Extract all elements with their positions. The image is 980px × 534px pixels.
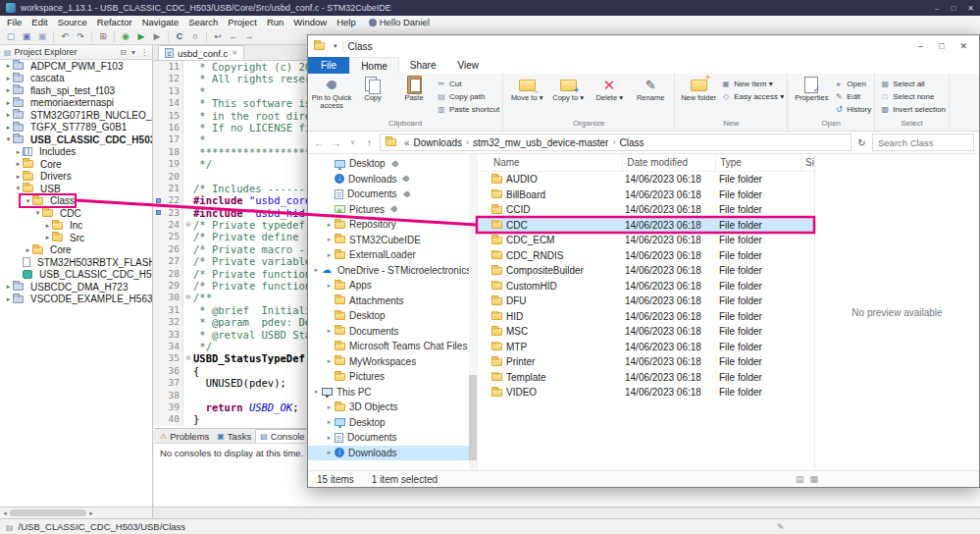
undo-icon[interactable] (58, 30, 72, 43)
nav-item-downloads[interactable]: Downloads (308, 172, 477, 187)
ribbon-button-copy-path[interactable]: Copy path (437, 90, 499, 103)
expander-collapsed-icon[interactable]: ▸ (4, 124, 13, 132)
menu-source[interactable]: Source (53, 17, 92, 27)
scroll-right-icon[interactable] (86, 509, 96, 517)
menu-search[interactable]: Search (183, 17, 223, 27)
column-header-name[interactable]: Name (478, 154, 623, 171)
expander-collapsed-icon[interactable]: ▸ (14, 160, 23, 168)
ribbon-button-invert-selection[interactable]: Invert selection (880, 103, 946, 116)
save-all-icon[interactable] (35, 30, 49, 43)
project-explorer-hscrollbar[interactable] (0, 507, 153, 518)
nav-item-externalloader[interactable]: ▸ExternalLoader (308, 247, 477, 263)
expander-icon[interactable]: ▸ (324, 327, 335, 335)
nav-item-apps[interactable]: ▸Apps (308, 278, 477, 294)
code-text[interactable]: #include "usbd_hid.h" (193, 207, 324, 219)
breadcrumb-item-downloads[interactable]: Downloads (414, 137, 462, 148)
expander-collapsed-icon[interactable]: ▸ (43, 234, 52, 241)
file-row-customhid[interactable]: CustomHID14/06/2023 06:18File folder (478, 279, 814, 294)
fold-collapse-icon[interactable]: ⊖ (183, 219, 193, 231)
nav-item-this-pc[interactable]: ▸This PC (308, 385, 477, 400)
code-text[interactable]: return USBD_OK; (193, 401, 299, 413)
code-text[interactable]: /** (193, 292, 212, 303)
breadcrumb-item-class[interactable]: Class (619, 137, 644, 148)
ribbon-tab-view[interactable]: View (447, 57, 490, 74)
expander-collapsed-icon[interactable]: ▸ (14, 148, 23, 156)
forward-icon[interactable] (330, 137, 342, 148)
code-text[interactable]: * @retval USBD Statu (193, 329, 324, 341)
expander-icon[interactable]: ▸ (324, 357, 335, 365)
explorer-titlebar[interactable]: Class (308, 35, 979, 57)
nav-item-onedrive-stmicroelectronics[interactable]: ▸OneDrive - STMicroelectronics (308, 263, 477, 279)
expander-collapsed-icon[interactable]: ▸ (4, 86, 13, 94)
scrollbar-thumb[interactable] (10, 509, 86, 516)
ribbon-button-move-to[interactable]: Move to ▾ (506, 75, 547, 102)
file-row-template[interactable]: Template14/06/2023 06:18File folder (478, 370, 814, 386)
back-icon[interactable] (227, 30, 240, 43)
tree-item-stm32g071rb-nucleo-az2-in-stm3[interactable]: ▸STM32G071RB_NUCLEO_AZ2 (in STM3 (0, 109, 152, 122)
new-c-file-icon[interactable] (173, 30, 186, 43)
expander-expanded-icon[interactable]: ▾ (24, 197, 32, 205)
expander-collapsed-icon[interactable]: ▸ (43, 222, 52, 230)
file-row-audio[interactable]: AUDIO14/06/2023 06:18File folder (478, 172, 814, 187)
code-text[interactable]: * All rights reserve (193, 73, 324, 84)
file-row-cdc-ecm[interactable]: CDC_ECM14/06/2023 06:18File folder (478, 233, 814, 248)
column-header-type[interactable]: Type (716, 154, 801, 171)
expander-icon[interactable]: ▸ (324, 434, 335, 442)
breadcrumb[interactable]: « Downloads›stm32_mw_usb_device-master›C… (380, 134, 851, 151)
expander-collapsed-icon[interactable]: ▸ (24, 246, 32, 254)
ribbon-button-open[interactable]: Open (834, 78, 871, 90)
ribbon-button-paste-shortcut[interactable]: Paste shortcut (437, 103, 499, 116)
code-text[interactable]: } (193, 413, 199, 425)
code-text[interactable]: * in the root direct (193, 110, 324, 122)
nav-item-stm32cubeide[interactable]: ▸STM32CubeIDE (308, 233, 477, 248)
code-text[interactable]: * @brief Initialize (193, 304, 324, 316)
nav-item-myworkspaces[interactable]: ▸MyWorkspaces (308, 354, 477, 370)
expander-expanded-icon[interactable]: ▾ (4, 135, 13, 143)
expander-collapsed-icon[interactable]: ▸ (4, 75, 13, 82)
quick-access-toolbar-chevron-icon[interactable] (334, 42, 337, 50)
tree-item-cascata[interactable]: ▸cascata (0, 73, 152, 85)
nav-item-microsoft-teams-chat-files[interactable]: Microsoft Teams Chat Files (308, 339, 477, 354)
tree-item-stm32h503rbtx-flash-ld[interactable]: STM32H503RBTX_FLASH.ld (0, 256, 152, 269)
forward-icon[interactable] (242, 30, 256, 43)
expander-icon[interactable]: ▸ (324, 236, 335, 243)
more-options-icon[interactable] (140, 48, 148, 57)
nav-item-documents[interactable]: ▸Documents (308, 324, 477, 340)
new-wizard-icon[interactable] (4, 30, 18, 43)
thumbnails-view-icon[interactable] (810, 474, 819, 484)
ribbon-tab-share[interactable]: Share (399, 57, 447, 74)
ribbon-button-select-all[interactable]: Select all (880, 78, 946, 90)
menu-help[interactable]: Help (332, 17, 361, 27)
code-text[interactable]: * This software is l (193, 97, 324, 109)
expander-icon[interactable]: ▸ (324, 282, 335, 290)
ide-minimize-button[interactable] (935, 4, 939, 13)
ribbon-button-new-item[interactable]: New item ▾ (721, 78, 784, 90)
expander-collapsed-icon[interactable]: ▸ (4, 295, 13, 303)
code-text[interactable]: * @param pdev: Devi (193, 316, 324, 328)
nav-item-pictures[interactable]: Pictures (308, 369, 477, 385)
breadcrumb-item-stm32-mw-usb-device-master[interactable]: stm32_mw_usb_device-master (473, 137, 608, 148)
tree-item-drivers[interactable]: ▸Drivers (0, 171, 152, 184)
ribbon-tab-file[interactable]: File (308, 57, 349, 74)
nav-item-desktop[interactable]: Desktop (308, 308, 477, 324)
ribbon-button-pin-to-quick-access[interactable]: Pin to Quick access (311, 75, 352, 110)
ribbon-button-new-folder[interactable]: New folder (678, 75, 719, 102)
up-icon[interactable] (363, 137, 376, 148)
last-edit-icon[interactable] (211, 30, 225, 43)
ribbon-button-edit[interactable]: Edit (834, 90, 871, 103)
code-text[interactable]: { (193, 365, 199, 377)
nav-item-downloads[interactable]: ▸Downloads (308, 446, 477, 461)
nav-item-desktop[interactable]: Desktop (308, 156, 477, 172)
nav-item-repository[interactable]: ▸Repository (308, 217, 477, 233)
nav-scrollbar[interactable] (469, 154, 477, 470)
fold-collapse-icon[interactable]: ⊖ (183, 292, 193, 303)
collapse-all-icon[interactable] (120, 48, 127, 57)
ribbon-button-paste[interactable]: Paste (393, 75, 435, 102)
column-header-si[interactable]: Si (801, 154, 814, 171)
expander-icon[interactable]: ▸ (324, 403, 335, 411)
expander-collapsed-icon[interactable]: ▸ (14, 173, 23, 181)
fold-collapse-icon[interactable]: ⊖ (183, 352, 193, 364)
console-tab-problems[interactable]: Problems (156, 429, 213, 443)
file-row-compositebuilder[interactable]: CompositeBuilder14/06/2023 06:18File fol… (478, 263, 814, 279)
ribbon-button-select-none[interactable]: Select none (880, 90, 946, 103)
